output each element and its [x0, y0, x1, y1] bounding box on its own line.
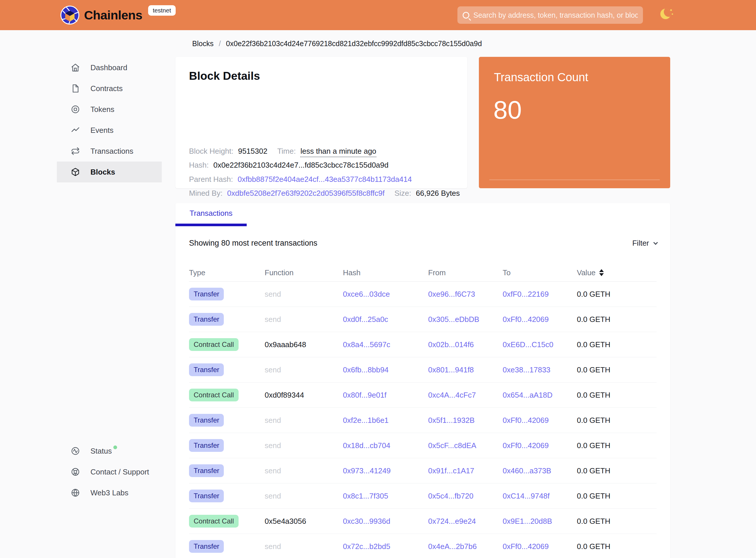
tx-hash-link[interactable]: 0x973...41249 — [343, 466, 428, 475]
tx-to-link[interactable]: 0x9E1...20d8B — [503, 517, 577, 526]
table-row: Transfersend0x973...412490x91f...c1A170x… — [189, 458, 657, 483]
tx-to-link[interactable]: 0x460...a373B — [503, 466, 577, 475]
tx-to-link[interactable]: 0xC14...9748f — [503, 491, 577, 501]
tx-function: send — [265, 315, 343, 324]
table-row: Transfersend0x18d...cb7040x5cF...c8dEA0x… — [189, 433, 657, 458]
tx-hash-link[interactable]: 0xc30...9936d — [343, 517, 428, 526]
status-online-dot — [113, 446, 117, 449]
global-search[interactable] — [458, 6, 643, 24]
tx-hash-link[interactable]: 0x8a4...5697c — [343, 340, 428, 349]
time-value: less than a minute ago — [300, 147, 376, 157]
tab-transactions[interactable]: Transactions — [175, 203, 247, 224]
sidebar-item-dashboard[interactable]: Dashboard — [57, 57, 162, 78]
sidebar-item-label: Contracts — [90, 84, 123, 93]
tx-hash-link[interactable]: 0xd0f...25a0c — [343, 315, 428, 324]
globe-icon — [71, 488, 80, 498]
tx-to-link[interactable]: 0xE6D...C15c0 — [503, 340, 577, 349]
block-details-title: Block Details — [189, 70, 260, 82]
sidebar-footer-nav: StatusContact / SupportWeb3 Labs — [57, 440, 179, 503]
tx-value: 0.0 GETH — [577, 365, 657, 374]
tx-type-badge: Transfer — [189, 540, 224, 553]
tx-type-badge: Transfer — [189, 363, 224, 376]
tx-value: 0.0 GETH — [577, 466, 657, 475]
table-row: Contract Call0x9aaab6480x8a4...5697c0x02… — [189, 332, 657, 357]
tx-hash-link[interactable]: 0x80f...9e01f — [343, 391, 428, 400]
sidebar-item-web3-labs[interactable]: Web3 Labs — [57, 482, 179, 503]
breadcrumb-current-hash: 0x0e22f36b2103c4d24e7769218cd821d32ebfcc… — [226, 40, 482, 48]
sidebar-item-contracts[interactable]: Contracts — [57, 78, 162, 99]
filter-button[interactable]: Filter — [632, 239, 657, 248]
tx-hash-link[interactable]: 0xf2e...1b6e1 — [343, 416, 428, 425]
transaction-count-title: Transaction Count — [494, 71, 588, 84]
tx-hash-link[interactable]: 0x18d...cb704 — [343, 441, 428, 450]
tx-type-badge: Transfer — [189, 288, 224, 301]
sidebar-item-contact-support[interactable]: Contact / Support — [57, 461, 179, 482]
sidebar-item-label: Tokens — [90, 105, 114, 114]
tx-type-badge: Transfer — [189, 313, 224, 326]
tx-function: send — [265, 542, 343, 551]
chainlens-logo-icon — [60, 5, 79, 25]
size-value: 66,926 Bytes — [416, 189, 460, 198]
parent-hash-link[interactable]: 0xfbb8875f2e404ae24cf...43ea5377c84b1173… — [238, 175, 412, 184]
tx-function: 0x5e4a3056 — [265, 517, 343, 526]
table-row: Transfersend0xd0f...25a0c0x305...eDbDB0x… — [189, 307, 657, 332]
search-icon — [463, 12, 469, 19]
sort-asc-icon — [599, 269, 604, 272]
tx-from-link[interactable]: 0x5c4...fb720 — [428, 491, 503, 501]
tx-type-badge: Transfer — [189, 439, 224, 452]
tx-hash-link[interactable]: 0x72c...b2bd5 — [343, 542, 428, 551]
time-label: Time: — [277, 147, 296, 156]
tx-hash-link[interactable]: 0x8c1...7f305 — [343, 491, 428, 501]
transactions-panel: Transactions Showing 80 most recent tran… — [175, 203, 670, 558]
block-height-value: 9515302 — [238, 147, 267, 156]
tx-function: 0xd0f89344 — [265, 391, 343, 400]
tx-to-link[interactable]: 0xFf0...42069 — [503, 542, 577, 551]
tx-function: send — [265, 365, 343, 374]
tx-from-link[interactable]: 0x91f...c1A17 — [428, 466, 503, 475]
tx-type-badge: Transfer — [189, 489, 224, 502]
tx-hash-link[interactable]: 0xce6...03dce — [343, 290, 428, 299]
table-row: Contract Call0x5e4a30560xc30...9936d0x72… — [189, 509, 657, 534]
tx-from-link[interactable]: 0x305...eDbDB — [428, 315, 503, 324]
sidebar-item-transactions[interactable]: Transactions — [57, 141, 162, 161]
tx-to-link[interactable]: 0xFf0...42069 — [503, 315, 577, 324]
tx-value: 0.0 GETH — [577, 391, 657, 400]
support-icon — [71, 467, 80, 477]
breadcrumb-blocks-link[interactable]: Blocks — [192, 40, 214, 48]
tx-to-link[interactable]: 0xfF0...22169 — [503, 290, 577, 299]
tx-from-link[interactable]: 0x4eA...2b7b6 — [428, 542, 503, 551]
breadcrumb-separator: / — [219, 40, 221, 48]
hash-value: 0x0e22f36b2103c4d24e7...fd85c3cbcc78c155… — [213, 161, 388, 170]
tx-from-link[interactable]: 0x724...e9e24 — [428, 517, 503, 526]
chevron-down-icon — [653, 240, 658, 245]
parent-hash-label: Parent Hash: — [189, 175, 233, 184]
tx-to-link[interactable]: 0x654...aA18D — [503, 391, 577, 400]
tx-from-link[interactable]: 0x5cF...c8dEA — [428, 441, 503, 450]
app-header: Chainlens testnet — [0, 0, 756, 30]
tx-value: 0.0 GETH — [577, 542, 657, 551]
tx-to-link[interactable]: 0xe38...17833 — [503, 365, 577, 374]
tx-from-link[interactable]: 0xc4A...4cFc7 — [428, 391, 503, 400]
tx-from-link[interactable]: 0xe96...f6C73 — [428, 290, 503, 299]
tx-hash-link[interactable]: 0x6fb...8bb94 — [343, 365, 428, 374]
sidebar-item-tokens[interactable]: Tokens — [57, 99, 162, 120]
sort-desc-icon — [599, 273, 604, 276]
sidebar-item-label: Blocks — [90, 168, 115, 177]
tx-from-link[interactable]: 0x801...941f8 — [428, 365, 503, 374]
sidebar-item-events[interactable]: Events — [57, 120, 162, 141]
sort-value-button[interactable] — [599, 269, 604, 276]
brand[interactable]: Chainlens testnet — [60, 5, 176, 25]
mined-by-link[interactable]: 0xdbfe5208e2f7e63f9202c2d05396f55f8c8ffc… — [227, 189, 385, 198]
tx-from-link[interactable]: 0x5f1...1932B — [428, 416, 503, 425]
tx-to-link[interactable]: 0xFf0...42069 — [503, 416, 577, 425]
sidebar-item-blocks[interactable]: Blocks — [57, 161, 162, 182]
hash-label: Hash: — [189, 161, 209, 170]
tx-value: 0.0 GETH — [577, 315, 657, 324]
sidebar-item-status[interactable]: Status — [57, 440, 179, 461]
search-input[interactable] — [473, 11, 638, 20]
theme-toggle-button[interactable] — [660, 9, 673, 22]
tx-to-link[interactable]: 0xFf0...42069 — [503, 441, 577, 450]
tx-function: send — [265, 416, 343, 425]
tx-from-link[interactable]: 0x02b...014f6 — [428, 340, 503, 349]
block-height-label: Block Height: — [189, 147, 233, 156]
